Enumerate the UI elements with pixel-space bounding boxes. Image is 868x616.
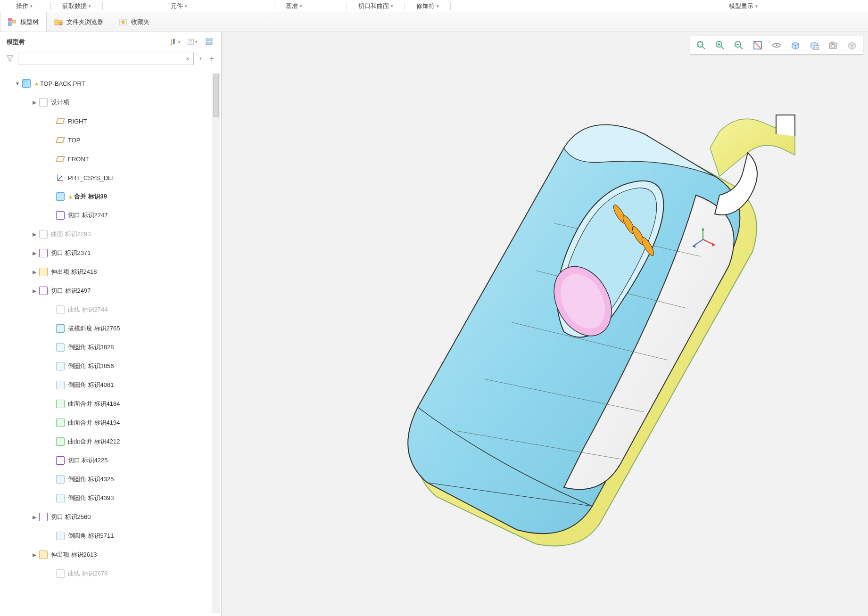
tree-node[interactable]: ·曲面合并 标识4194 bbox=[0, 413, 221, 432]
tree-node-label: 曲面合并 标识4184 bbox=[68, 400, 120, 408]
tree-node[interactable]: ·曲线 标识2744 bbox=[0, 300, 221, 319]
tree-node[interactable]: ·倒圆角 标识3828 bbox=[0, 338, 221, 357]
tree-scrollbar[interactable] bbox=[212, 73, 220, 613]
tree-node[interactable]: ▶切口 标识2497 bbox=[0, 281, 221, 300]
tree-node-label: 倒圆角 标识3856 bbox=[68, 362, 114, 370]
filter-icon[interactable] bbox=[5, 53, 15, 64]
tree-node[interactable]: ▶切口 标识2371 bbox=[0, 244, 221, 263]
tree-node[interactable]: ·倒圆角 标识5711 bbox=[0, 526, 221, 545]
tree-node[interactable]: ▶伸出项 标识2613 bbox=[0, 545, 221, 564]
zoom-fit-button[interactable] bbox=[693, 38, 709, 52]
clear-search-icon[interactable]: × bbox=[182, 55, 193, 62]
ribbon-item-getdata[interactable]: 获取数据▾ bbox=[51, 0, 102, 12]
tree-node-label: TOP bbox=[68, 137, 81, 144]
expand-toggle[interactable]: ▶ bbox=[30, 552, 39, 558]
tree-node[interactable]: ·拔模斜度 标识2765 bbox=[0, 319, 221, 338]
zoom-out-button[interactable] bbox=[731, 38, 747, 52]
ribbon-item-datum[interactable]: 基准▾ bbox=[274, 0, 314, 12]
tree-node[interactable]: ·PRT_CSYS_DEF bbox=[0, 168, 221, 187]
tree-node[interactable]: ·倒圆角 标识4393 bbox=[0, 489, 221, 508]
csys-icon bbox=[56, 173, 65, 182]
expand-toggle[interactable]: ▶ bbox=[30, 288, 39, 294]
ribbon-item-cutsurf[interactable]: 切口和曲面▾ bbox=[347, 0, 405, 12]
tree-node-label: 切口 标识2247 bbox=[68, 211, 108, 220]
round-icon bbox=[56, 380, 65, 390]
tree-node[interactable]: ▶曲面 标识2293 bbox=[0, 225, 221, 244]
expand-toggle[interactable]: ▶ bbox=[30, 514, 39, 520]
tree-node-label: 设计项 bbox=[51, 98, 69, 107]
view-cube-button[interactable] bbox=[787, 38, 803, 52]
tree-node[interactable]: ·切口 标识4225 bbox=[0, 451, 221, 470]
tree-node[interactable]: ·▲合并 标识39 bbox=[0, 187, 221, 206]
tab-label: 模型树 bbox=[20, 18, 39, 26]
tree-node[interactable]: ·倒圆角 标识4325 bbox=[0, 470, 221, 489]
panel-title: 模型树 bbox=[7, 38, 25, 46]
svg-line-13 bbox=[58, 176, 62, 181]
model-tree-panel: 模型树 ▾ ▾ × ▾ ＋ bbox=[0, 32, 222, 616]
tree-node[interactable]: ·倒圆角 标识3856 bbox=[0, 357, 221, 376]
extr-icon bbox=[39, 550, 48, 559]
folder-browser-icon bbox=[54, 18, 63, 26]
tree-node[interactable]: ·切口 标识2247 bbox=[0, 206, 221, 225]
svg-rect-8 bbox=[206, 42, 208, 45]
expand-toggle: · bbox=[47, 213, 56, 218]
tree-node-label: PRT_CSYS_DEF bbox=[68, 174, 116, 181]
smerge-icon bbox=[56, 399, 65, 409]
tree-node[interactable]: ·倒圆角 标识4081 bbox=[0, 376, 221, 394]
expand-toggle[interactable]: ▼ bbox=[13, 81, 22, 86]
svg-rect-9 bbox=[210, 39, 212, 41]
tab-folder-browser[interactable]: 文件夹浏览器 bbox=[47, 12, 111, 32]
tree-settings-button[interactable]: ▾ bbox=[187, 37, 198, 47]
expand-toggle: · bbox=[47, 363, 56, 369]
spin-button[interactable] bbox=[769, 38, 785, 52]
tree-node[interactable]: ·曲面合并 标识4184 bbox=[0, 394, 221, 413]
tree-node[interactable]: ·FRONT bbox=[0, 149, 221, 168]
tab-model-tree[interactable]: 模型树 bbox=[0, 12, 47, 32]
viewport-3d[interactable] bbox=[222, 32, 868, 616]
tab-label: 文件夹浏览器 bbox=[66, 18, 103, 26]
tree-scrollbar-thumb[interactable] bbox=[213, 74, 219, 117]
tree-node-label: FRONT bbox=[68, 156, 89, 163]
tree-search-input[interactable] bbox=[18, 55, 182, 62]
cut-icon bbox=[39, 512, 48, 522]
tree-node[interactable]: ·曲线 标识2678 bbox=[0, 564, 221, 583]
tab-favorites[interactable]: 收藏夹 bbox=[111, 12, 157, 32]
display-style-button[interactable] bbox=[844, 38, 860, 52]
ribbon-item-operate[interactable]: 操作▾ bbox=[5, 0, 44, 12]
add-filter-button[interactable]: ＋ bbox=[207, 54, 216, 64]
tree-node[interactable]: ▶切口 标识2560 bbox=[0, 508, 221, 526]
tree-node[interactable]: ▶伸出项 标识2418 bbox=[0, 263, 221, 281]
expand-toggle: · bbox=[47, 382, 56, 388]
expand-toggle: · bbox=[47, 476, 56, 482]
search-dropdown[interactable]: ▾ bbox=[197, 56, 204, 61]
expand-toggle[interactable]: ▶ bbox=[30, 99, 39, 106]
expand-toggle[interactable]: ▶ bbox=[30, 269, 39, 275]
zoom-in-button[interactable] bbox=[712, 38, 728, 52]
tree-node[interactable]: ·曲面合并 标识4212 bbox=[0, 432, 221, 451]
ribbon-item-decorator[interactable]: 修饰符▾ bbox=[405, 0, 450, 12]
tree-tools-button[interactable]: ▾ bbox=[170, 37, 181, 47]
expand-toggle[interactable]: ▶ bbox=[30, 231, 39, 238]
refit-view-button[interactable] bbox=[750, 38, 766, 52]
ribbon-item-component[interactable]: 元件▾ bbox=[159, 0, 198, 12]
tree-layout-button[interactable] bbox=[204, 37, 215, 47]
ribbon-item-modeldisplay[interactable]: 模型显示▾ bbox=[718, 0, 769, 12]
expand-toggle: · bbox=[47, 533, 56, 539]
expand-toggle: · bbox=[47, 326, 56, 331]
svg-rect-2 bbox=[13, 20, 16, 23]
curve-icon bbox=[56, 305, 65, 314]
tree-node[interactable]: ·RIGHT bbox=[0, 112, 221, 131]
round-icon bbox=[56, 475, 65, 484]
tree-root-node[interactable]: ▼▲TOP-BACK.PRT bbox=[0, 74, 221, 93]
saved-view-button[interactable] bbox=[806, 38, 822, 52]
tree-scroll-area[interactable]: ▼▲TOP-BACK.PRT▶设计项·RIGHT·TOP·FRONT·PRT_C… bbox=[0, 70, 221, 616]
tree-node[interactable]: ·TOP bbox=[0, 131, 221, 149]
expand-toggle[interactable]: ▶ bbox=[30, 250, 39, 256]
merge-icon bbox=[56, 192, 65, 201]
tree-node-label: 倒圆角 标识4081 bbox=[68, 381, 114, 389]
round-icon bbox=[56, 343, 65, 352]
tree-node[interactable]: ▶设计项 bbox=[0, 93, 221, 112]
tree-node-label: RIGHT bbox=[68, 118, 87, 125]
surf-icon bbox=[39, 230, 48, 239]
screenshot-button[interactable] bbox=[825, 38, 841, 52]
